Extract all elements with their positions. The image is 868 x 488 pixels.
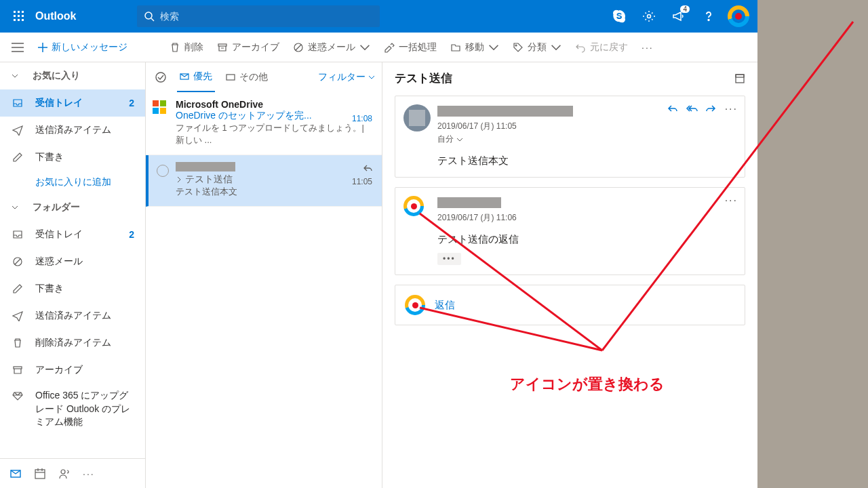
svg-rect-6 — [14, 19, 16, 21]
svg-rect-18 — [218, 44, 226, 46]
message-item[interactable]: テスト送信 テスト送信本文 11:05 — [146, 155, 382, 207]
tab-other[interactable]: その他 — [223, 62, 271, 92]
chevron-down-icon — [11, 203, 19, 211]
more-button[interactable]: ··· — [635, 34, 660, 61]
folders-section[interactable]: フォルダー — [0, 194, 145, 221]
message-body: テスト送信本文 — [437, 155, 735, 167]
svg-point-11 — [648, 15, 651, 18]
skype-icon[interactable] — [606, 3, 633, 30]
categorize-button[interactable]: 分類 — [506, 34, 568, 61]
app-launcher-icon[interactable] — [5, 3, 33, 30]
svg-rect-0 — [14, 11, 16, 13]
popout-icon[interactable] — [734, 73, 745, 84]
select-icon[interactable] — [157, 165, 169, 177]
svg-rect-3 — [14, 15, 16, 17]
chevron-down-icon — [551, 42, 561, 53]
megaphone-icon[interactable]: 4 — [665, 3, 692, 30]
reading-pane: テスト送信 2019/06/17 (月) 11:05 自分 テスト送信本文 — [382, 62, 757, 488]
junk-button[interactable]: 迷惑メール — [286, 34, 377, 61]
archive-button[interactable]: アーカイブ — [210, 34, 286, 61]
send-icon — [12, 310, 23, 321]
chevron-down-icon — [456, 136, 463, 143]
svg-line-10 — [151, 18, 154, 21]
move-button[interactable]: 移動 — [443, 34, 506, 61]
sidebar-item-drafts[interactable]: 下書き — [0, 144, 145, 171]
avatar-ring-icon — [405, 295, 425, 315]
filter-button[interactable]: フィルター — [318, 71, 375, 83]
mail-icon[interactable] — [9, 468, 22, 480]
sidebar-folder-inbox[interactable]: 受信トレイ 2 — [0, 221, 145, 248]
sidebar-item-sent[interactable]: 送信済みアイテム — [0, 117, 145, 144]
message-from — [176, 162, 372, 174]
reply-link[interactable]: 返信 — [435, 299, 455, 312]
chevron-right-icon — [176, 176, 182, 183]
sidebar-folder-deleted[interactable]: 削除済みアイテム — [0, 329, 145, 357]
move-icon — [450, 42, 461, 53]
message-date: 2019/06/17 (月) 11:06 — [437, 212, 735, 224]
undo-button[interactable]: 元に戻す — [568, 34, 635, 61]
other-icon — [226, 73, 235, 82]
message-time: 11:08 — [352, 114, 372, 123]
hamburger-icon[interactable] — [4, 34, 31, 61]
message-preview: ファイルを 1 つアップロードしてみましょう。| 新しい ... — [176, 122, 372, 146]
tab-focused[interactable]: 優先 — [177, 62, 215, 92]
message-card: 2019/06/17 (月) 11:06 テスト送信の返信 ••• ··· — [395, 187, 745, 275]
new-message-label: 新しいメッセージ — [52, 41, 127, 54]
search-input[interactable] — [160, 11, 373, 22]
sender-redacted — [437, 106, 573, 117]
more-icon[interactable]: ··· — [83, 468, 95, 479]
message-time: 11:05 — [352, 177, 372, 186]
recipient: 自分 — [437, 134, 735, 145]
new-message-button[interactable]: 新しいメッセージ — [31, 41, 134, 54]
brand-label: Outlook — [35, 10, 76, 22]
sidebar-folder-archive[interactable]: アーカイブ — [0, 357, 145, 384]
sidebar-folder-junk[interactable]: 迷惑メール — [0, 248, 145, 275]
sidebar-folder-drafts[interactable]: 下書き — [0, 275, 145, 302]
more-actions-button[interactable]: ··· — [725, 195, 738, 207]
forward-button[interactable] — [706, 103, 717, 115]
sidebar-footer: ··· — [0, 458, 145, 488]
undo-icon — [575, 42, 586, 53]
select-all-icon[interactable] — [153, 71, 169, 83]
chevron-down-icon — [368, 74, 375, 81]
settings-icon[interactable] — [635, 3, 663, 30]
list-header: 優先 その他 フィルター — [146, 62, 382, 92]
reply-all-button[interactable] — [686, 103, 698, 115]
svg-rect-1 — [18, 11, 20, 13]
message-card: 2019/06/17 (月) 11:05 自分 テスト送信本文 ··· — [395, 96, 745, 178]
sidebar-folder-sent[interactable]: 送信済みアイテム — [0, 302, 145, 329]
junk-icon — [12, 256, 23, 267]
chevron-down-icon — [488, 42, 499, 53]
message-preview: テスト送信本文 — [176, 186, 372, 198]
calendar-icon[interactable] — [34, 468, 46, 480]
delete-button[interactable]: 削除 — [163, 34, 210, 61]
add-favorite-link[interactable]: お気に入りに追加 — [0, 171, 145, 194]
sidebar-upgrade[interactable]: Office 365 にアップグレード Outlook のプレミアム機能 — [0, 384, 145, 434]
message-actions: ··· — [667, 103, 738, 115]
message-list: 優先 その他 フィルター Microsoft OneDrive OneDrive… — [145, 62, 382, 488]
message-item[interactable]: Microsoft OneDrive OneDrive のセットアップを完...… — [146, 92, 382, 155]
search-box[interactable] — [137, 5, 380, 27]
message-from: Microsoft OneDrive — [176, 99, 372, 110]
favorites-section[interactable]: お気に入り — [0, 62, 145, 89]
show-more-button[interactable]: ••• — [437, 253, 461, 265]
svg-rect-8 — [22, 19, 24, 21]
tag-icon — [513, 42, 524, 53]
svg-rect-24 — [14, 367, 22, 369]
sweep-icon — [384, 42, 395, 53]
sweep-button[interactable]: 一括処理 — [377, 34, 443, 61]
reply-card[interactable]: 返信 — [395, 285, 745, 325]
svg-point-30 — [61, 470, 65, 474]
message-subject: OneDrive のセットアップを完... — [176, 110, 372, 122]
svg-rect-33 — [226, 75, 235, 80]
profile-avatar[interactable] — [725, 3, 752, 30]
more-actions-button[interactable]: ··· — [725, 103, 738, 115]
people-icon[interactable] — [58, 468, 71, 480]
svg-line-20 — [296, 45, 301, 50]
inbox-icon — [12, 229, 23, 240]
megaphone-badge: 4 — [680, 5, 690, 13]
sidebar-item-inbox[interactable]: 受信トレイ 2 — [0, 89, 145, 117]
help-icon[interactable] — [695, 3, 722, 30]
svg-rect-37 — [160, 108, 166, 114]
reply-button[interactable] — [667, 103, 677, 115]
